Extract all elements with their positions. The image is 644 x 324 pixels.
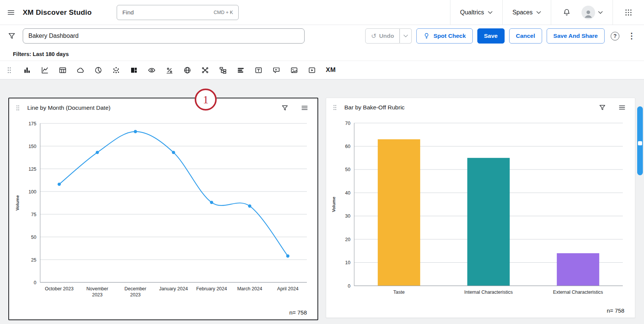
line-data-point[interactable] — [248, 204, 252, 208]
right-panel-scrollbar[interactable] — [637, 106, 643, 175]
edit-actions: ↺ Undo Spot Check Save Cancel Save And S… — [365, 28, 638, 44]
bar-2[interactable] — [557, 253, 599, 286]
spot-check-button[interactable]: Spot Check — [416, 28, 472, 44]
undo-label: Undo — [379, 33, 394, 39]
app-root: XM Discover Studio Find CMD + K Qualtric… — [0, 0, 644, 324]
search-placeholder: Find — [122, 9, 134, 16]
percent-trend-icon[interactable] — [166, 66, 174, 74]
global-search-input[interactable]: Find CMD + K — [117, 5, 239, 20]
network-icon[interactable] — [201, 66, 209, 74]
undo-button[interactable]: ↺ Undo — [365, 28, 400, 44]
line-data-point[interactable] — [96, 151, 99, 154]
eye-icon[interactable] — [148, 66, 156, 74]
apps-section — [613, 0, 644, 25]
widget-header: Line by Month (Document Date) — [9, 98, 317, 117]
svg-text:0: 0 — [34, 280, 36, 285]
dashboard-title-input[interactable] — [23, 28, 305, 44]
nav-qualtrics-dropdown[interactable]: Qualtrics — [450, 0, 502, 25]
nav-spaces-dropdown[interactable]: Spaces — [502, 0, 551, 25]
svg-text:Internal Characteristics: Internal Characteristics — [464, 290, 513, 295]
line-chart-area: 0255075100125150175October 2023November2… — [9, 117, 317, 319]
line-data-point[interactable] — [134, 130, 137, 133]
svg-text:10: 10 — [345, 260, 350, 265]
svg-text:February 2024: February 2024 — [196, 286, 227, 291]
rows-icon[interactable] — [237, 66, 245, 74]
save-and-share-button[interactable]: Save And Share — [547, 28, 605, 44]
svg-text:April 2024: April 2024 — [277, 286, 299, 291]
widget-title: Line by Month (Document Date) — [27, 104, 111, 111]
more-options-button[interactable]: ⋮ — [625, 31, 638, 40]
widget-menu-button[interactable] — [299, 103, 310, 113]
lightbulb-icon — [423, 33, 430, 39]
apps-grid-button[interactable] — [623, 7, 634, 18]
main-menu-button[interactable] — [5, 7, 17, 18]
svg-text:March 2024: March 2024 — [237, 286, 262, 291]
dashboard-filters-button[interactable] — [6, 30, 17, 42]
cloud-icon[interactable] — [77, 66, 84, 74]
svg-text:150: 150 — [28, 144, 36, 149]
chevron-down-icon — [488, 11, 492, 14]
top-nav: Qualtrics Spaces — [450, 0, 644, 25]
svg-text:January 2024: January 2024 — [159, 286, 188, 291]
video-icon[interactable] — [308, 66, 316, 74]
nav-spaces-label: Spaces — [513, 9, 533, 16]
line-data-point[interactable] — [172, 151, 175, 154]
bar-chart[interactable]: 010203040506070TasteInternal Characteris… — [328, 117, 633, 303]
undo-group: ↺ Undo — [365, 28, 412, 44]
image-icon[interactable] — [290, 66, 298, 74]
drag-handle-icon[interactable] — [331, 104, 338, 111]
help-button[interactable]: ? — [609, 30, 621, 42]
account-menu-button[interactable] — [581, 6, 603, 19]
search-shortcut: CMD + K — [214, 10, 233, 15]
chevron-down-icon — [598, 11, 603, 14]
text-box-icon[interactable] — [255, 66, 263, 74]
svg-text:0: 0 — [348, 284, 350, 289]
pie-chart-icon[interactable] — [94, 66, 102, 74]
bar-1[interactable] — [467, 158, 510, 286]
drag-handle-icon[interactable] — [5, 66, 13, 74]
globe-icon[interactable] — [183, 66, 191, 74]
line-chart-icon[interactable] — [41, 66, 49, 74]
drag-handle-icon[interactable] — [14, 104, 21, 111]
line-data-point[interactable] — [286, 254, 289, 258]
widget-menu-button[interactable] — [617, 102, 627, 113]
widget-filter-button[interactable] — [280, 103, 290, 113]
active-filters-text[interactable]: Filters: Last 180 days — [13, 51, 69, 57]
svg-text:50: 50 — [345, 167, 350, 172]
account-section — [551, 0, 613, 25]
line-data-point[interactable] — [210, 201, 213, 204]
annotation-1-badge: 1 — [195, 89, 217, 111]
svg-text:75: 75 — [31, 212, 36, 217]
notifications-button[interactable] — [561, 7, 572, 18]
svg-text:50: 50 — [31, 235, 36, 240]
line-chart[interactable]: 0255075100125150175October 2023November2… — [11, 117, 316, 305]
svg-text:December2023: December2023 — [125, 286, 147, 298]
svg-text:60: 60 — [345, 144, 350, 149]
line-data-point[interactable] — [58, 183, 61, 186]
spot-check-label: Spot Check — [433, 33, 466, 39]
hierarchy-icon[interactable] — [219, 66, 227, 74]
metric-icon[interactable] — [130, 66, 138, 74]
bar-0[interactable] — [378, 139, 420, 286]
label-icon[interactable] — [272, 66, 280, 74]
widget-bar-by-rubric[interactable]: Bar by Bake-Off Rubric 010203040506070Ta… — [326, 98, 635, 318]
svg-text:Taste: Taste — [393, 290, 405, 295]
cancel-button[interactable]: Cancel — [509, 28, 542, 44]
svg-text:Volume: Volume — [15, 195, 20, 211]
sample-size-label: n= 758 — [289, 309, 307, 316]
svg-text:30: 30 — [345, 213, 350, 219]
svg-text:125: 125 — [28, 167, 36, 172]
scatter-icon[interactable] — [112, 66, 120, 74]
svg-text:70: 70 — [345, 121, 350, 126]
panel-toggle-icon[interactable] — [638, 141, 642, 145]
xm-logo-icon[interactable]: XM — [326, 66, 336, 74]
bar-chart-icon[interactable] — [23, 66, 31, 74]
save-button[interactable]: Save — [477, 28, 505, 44]
widget-filter-button[interactable] — [597, 102, 608, 113]
widget-toolbar: XM — [0, 61, 644, 79]
table-icon[interactable] — [59, 66, 67, 74]
undo-history-dropdown-button[interactable] — [400, 28, 412, 44]
widget-line-by-month[interactable]: Line by Month (Document Date) 0255075100… — [8, 98, 318, 320]
dashboard-canvas: Line by Month (Document Date) 0255075100… — [0, 79, 644, 324]
svg-text:25: 25 — [31, 257, 36, 263]
